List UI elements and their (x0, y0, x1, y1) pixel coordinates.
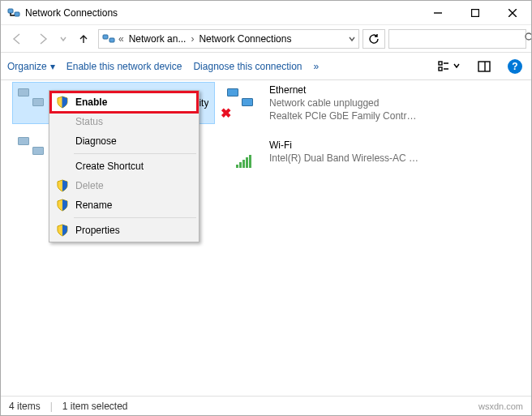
chevron-down-icon: ▾ (50, 61, 55, 72)
minimize-button[interactable] (419, 1, 457, 25)
svg-rect-7 (439, 67, 442, 71)
adapter-status: Network cable unplugged (269, 96, 422, 109)
overflow-button[interactable]: » (314, 61, 320, 72)
close-button[interactable] (494, 1, 531, 25)
forward-button[interactable] (32, 28, 54, 49)
svg-rect-4 (109, 38, 114, 42)
status-selection: 1 item selected (62, 401, 128, 412)
breadcrumb[interactable]: « Network an... › Network Connections (98, 29, 359, 49)
menu-item-label: Status (75, 116, 103, 127)
up-button[interactable] (72, 28, 95, 49)
status-item-count: 4 items (9, 401, 41, 412)
view-layout-button[interactable] (435, 57, 463, 76)
maximize-button[interactable] (457, 1, 494, 25)
adapter-icon (15, 135, 54, 168)
adapter-device: Realtek PCIe GbE Family Controller (269, 109, 422, 122)
button-label: Diagnose this connection (193, 61, 302, 72)
titlebar: Network Connections (1, 1, 531, 25)
error-x-icon: ✖ (221, 105, 231, 121)
network-icon (102, 32, 115, 45)
command-bar: Organize ▾ Enable this network device Di… (1, 53, 531, 80)
shield-icon (56, 199, 69, 212)
adapter-name: Wi-Fi (269, 139, 422, 152)
menu-item-label: Create Shortcut (75, 161, 144, 172)
svg-rect-0 (8, 9, 13, 13)
network-adapter-ethernet[interactable]: ✖ Ethernet Network cable unplugged Realt… (221, 82, 424, 124)
preview-pane-button[interactable] (474, 57, 494, 76)
context-menu-rename[interactable]: Rename (51, 195, 197, 215)
adapter-name: Ethernet (269, 84, 422, 96)
svg-rect-3 (103, 35, 108, 39)
chevron-right-icon: › (191, 33, 194, 45)
svg-rect-1 (15, 12, 19, 16)
back-button[interactable] (6, 28, 28, 49)
address-bar: « Network an... › Network Connections (1, 25, 531, 53)
chevron-left-icon[interactable]: « (118, 33, 124, 45)
context-menu: Enable Status Diagnose Create Shortcut D… (49, 90, 200, 242)
menu-item-label: Delete (75, 180, 104, 191)
breadcrumb-label: Network Connections (199, 33, 291, 45)
search-icon (524, 32, 532, 45)
svg-rect-2 (472, 9, 479, 16)
svg-rect-8 (478, 62, 490, 71)
context-menu-enable[interactable]: Enable (51, 92, 197, 112)
context-menu-delete: Delete (51, 176, 197, 195)
svg-rect-6 (439, 62, 442, 65)
status-separator: | (50, 401, 53, 412)
adapter-icon (15, 87, 54, 119)
breadcrumb-label: Network an... (129, 33, 187, 45)
search-box[interactable] (388, 29, 526, 49)
refresh-button[interactable] (363, 29, 385, 49)
breadcrumb-item[interactable]: Network an... (127, 33, 188, 45)
context-menu-create-shortcut[interactable]: Create Shortcut (51, 157, 197, 176)
enable-device-button[interactable]: Enable this network device (66, 61, 182, 72)
window-title: Network Connections (25, 7, 118, 19)
adapter-device: Intel(R) Dual Band Wireless-AC 31... (269, 152, 422, 165)
wifi-signal-icon (236, 155, 251, 168)
menu-separator (74, 217, 196, 218)
search-input[interactable] (394, 32, 519, 45)
breadcrumb-dropdown[interactable] (349, 33, 355, 45)
menu-item-label: Enable (75, 96, 107, 108)
help-icon: ? (508, 59, 522, 74)
breadcrumb-item[interactable]: Network Connections (197, 33, 293, 45)
context-menu-status: Status (51, 112, 197, 131)
context-menu-properties[interactable]: Properties (51, 221, 197, 240)
button-label: Enable this network device (66, 61, 182, 72)
menu-item-label: Rename (75, 199, 112, 211)
menu-label: Organize (7, 61, 47, 72)
window-icon (7, 6, 20, 19)
shield-icon (56, 96, 69, 109)
watermark: wsxdn.com (478, 401, 523, 411)
shield-icon (56, 179, 69, 192)
help-button[interactable]: ? (505, 57, 525, 76)
svg-point-5 (526, 33, 532, 40)
shield-icon (56, 224, 69, 237)
history-dropdown[interactable] (58, 36, 69, 42)
menu-item-label: Diagnose (75, 135, 117, 147)
network-adapter-wifi[interactable]: Wi-Fi Intel(R) Dual Band Wireless-AC 31.… (221, 131, 424, 173)
content-area: Cisco AnyConnect Secure Mobility ✖ Ether… (1, 80, 531, 396)
adapter-icon: ✖ (224, 87, 263, 119)
context-menu-diagnose[interactable]: Diagnose (51, 131, 197, 151)
status-bar: 4 items | 1 item selected wsxdn.com (1, 396, 531, 415)
menu-separator (74, 153, 196, 154)
organize-menu[interactable]: Organize ▾ (7, 61, 55, 72)
menu-item-label: Properties (75, 225, 120, 236)
diagnose-connection-button[interactable]: Diagnose this connection (193, 61, 302, 72)
adapter-icon (224, 135, 263, 168)
